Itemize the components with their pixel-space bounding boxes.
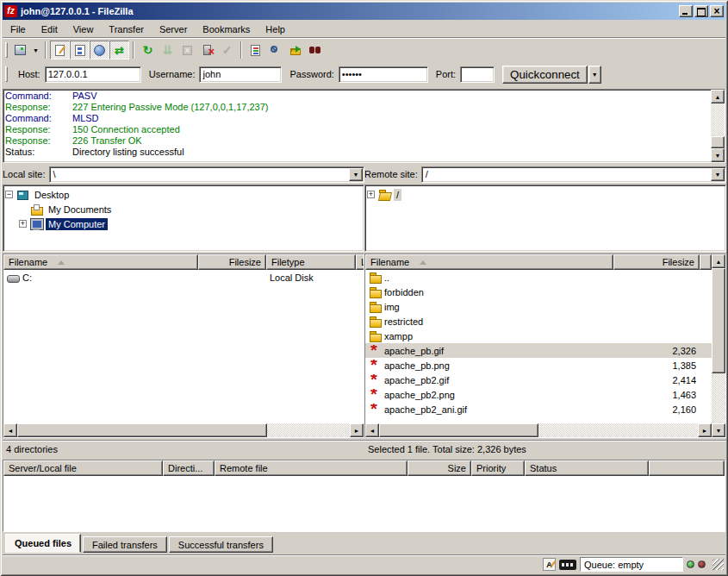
filter-button[interactable] bbox=[246, 41, 265, 59]
queue-column-remote-file[interactable]: Remote file bbox=[215, 460, 408, 476]
find-button[interactable] bbox=[265, 41, 285, 59]
quickconnect-dropdown-button[interactable]: ▼ bbox=[588, 66, 601, 84]
local-tree-item-my-computer[interactable]: +My Computer bbox=[5, 216, 362, 231]
toggle-remote-tree-button[interactable] bbox=[90, 41, 109, 59]
toggle-local-tree-button[interactable] bbox=[70, 41, 90, 59]
tab-failed-transfers[interactable]: Failed transfers bbox=[83, 536, 167, 553]
queue-column-priority[interactable]: Priority bbox=[471, 460, 525, 476]
message-log-scrollbar[interactable]: ▲ ▼ bbox=[711, 90, 725, 162]
scroll-left-icon[interactable]: ◄ bbox=[3, 423, 17, 437]
remote-tree-item-[interactable]: +/ bbox=[367, 187, 724, 202]
remote-hscrollbar[interactable]: ◄ ► bbox=[365, 423, 712, 437]
maximize-button[interactable] bbox=[694, 5, 708, 17]
scroll-thumb[interactable] bbox=[711, 136, 725, 148]
remote-site-combo[interactable]: / ▼ bbox=[421, 166, 726, 183]
scroll-down-icon[interactable]: ▼ bbox=[712, 423, 725, 437]
menu-view[interactable]: View bbox=[65, 22, 102, 37]
host-input[interactable] bbox=[45, 66, 141, 83]
remote-column-filesize[interactable]: Filesize bbox=[613, 254, 700, 270]
scroll-up-icon[interactable]: ▲ bbox=[712, 254, 725, 268]
expand-icon[interactable]: + bbox=[19, 220, 27, 228]
quickconnect-button[interactable]: Quickconnect bbox=[502, 66, 588, 84]
username-input[interactable] bbox=[199, 66, 282, 83]
close-button[interactable] bbox=[710, 5, 724, 17]
disconnect-icon bbox=[203, 45, 211, 55]
chevron-down-icon[interactable]: ▼ bbox=[711, 168, 725, 181]
cell-text: apache_pb2.gif bbox=[384, 375, 449, 385]
password-label: Password: bbox=[289, 69, 333, 79]
scroll-thumb[interactable] bbox=[712, 268, 725, 373]
queue-column-size[interactable]: Size bbox=[408, 460, 471, 476]
cancel-button[interactable] bbox=[177, 41, 197, 59]
local-column-filesize[interactable]: Filesize bbox=[198, 254, 266, 270]
chevron-down-icon[interactable]: ▼ bbox=[349, 168, 363, 181]
queue-column-directi[interactable]: Directi... bbox=[163, 460, 215, 476]
scroll-thumb[interactable] bbox=[379, 423, 538, 437]
scroll-right-icon[interactable]: ► bbox=[698, 423, 712, 437]
remote-file-row-apache-pb-png[interactable]: apache_pb.png1,385 bbox=[365, 358, 712, 373]
compare-button[interactable] bbox=[305, 41, 325, 59]
expand-icon[interactable]: + bbox=[367, 191, 375, 198]
scroll-track[interactable] bbox=[267, 423, 350, 437]
remote-file-row-apache-pb2-gif[interactable]: apache_pb2.gif2,414 bbox=[365, 373, 712, 387]
menu-help[interactable]: Help bbox=[258, 22, 293, 37]
scroll-left-icon[interactable]: ◄ bbox=[365, 423, 379, 437]
toggle-queue-button[interactable]: ⇄ bbox=[109, 41, 129, 59]
remote-column-filler bbox=[700, 254, 712, 270]
queue-column-status[interactable]: Status bbox=[525, 460, 649, 476]
remote-vscrollbar[interactable]: ▲ ▼ bbox=[712, 254, 725, 437]
remote-column-filename[interactable]: Filename bbox=[365, 254, 613, 270]
scroll-track[interactable] bbox=[538, 423, 698, 437]
reconnect-button[interactable]: ✓ bbox=[217, 41, 237, 59]
sync-browse-button[interactable] bbox=[285, 41, 305, 59]
scroll-track[interactable] bbox=[711, 103, 725, 136]
queue-column-server-local-file[interactable]: Server/Local file bbox=[3, 460, 163, 476]
menu-transfer[interactable]: Transfer bbox=[101, 22, 152, 37]
scroll-thumb[interactable] bbox=[17, 423, 267, 437]
local-file-row-c[interactable]: C:Local Disk bbox=[3, 270, 364, 285]
menu-bookmarks[interactable]: Bookmarks bbox=[195, 22, 258, 37]
cell-text: apache_pb.gif bbox=[384, 346, 444, 356]
remote-file-row-img[interactable]: img bbox=[365, 299, 712, 314]
disconnect-button[interactable] bbox=[197, 41, 217, 59]
collapse-icon[interactable]: − bbox=[5, 191, 13, 198]
local-column-filename[interactable]: Filename bbox=[3, 254, 198, 270]
local-column-l[interactable]: L bbox=[356, 254, 364, 270]
local-column-filetype[interactable]: Filetype bbox=[266, 254, 356, 270]
menu-edit[interactable]: Edit bbox=[34, 22, 65, 37]
folder-icon bbox=[369, 316, 383, 328]
column-label: Remote file bbox=[220, 463, 268, 473]
remote-file-row-apache-pb-gif[interactable]: apache_pb.gif2,326 bbox=[365, 343, 712, 358]
scroll-up-icon[interactable]: ▲ bbox=[711, 90, 725, 103]
resize-grip[interactable] bbox=[712, 559, 724, 570]
local-site-combo[interactable]: \ ▼ bbox=[49, 166, 364, 183]
window-title: john@127.0.0.1 - FileZilla bbox=[21, 6, 677, 16]
scroll-track[interactable] bbox=[712, 373, 725, 423]
column-label: Priority bbox=[476, 463, 506, 473]
port-input[interactable] bbox=[460, 66, 495, 83]
local-hscrollbar[interactable]: ◄ ► bbox=[3, 423, 364, 437]
scroll-down-icon[interactable]: ▼ bbox=[711, 148, 725, 162]
remote-file-row-xampp[interactable]: xampp bbox=[365, 329, 712, 343]
scroll-right-icon[interactable]: ► bbox=[350, 423, 364, 437]
password-input[interactable] bbox=[339, 66, 428, 83]
remote-file-row-restricted[interactable]: restricted bbox=[365, 314, 712, 329]
local-tree-item-my-documents[interactable]: My Documents bbox=[5, 202, 362, 216]
toggle-message-log-button[interactable] bbox=[50, 41, 70, 59]
process-queue-button[interactable]: ⇊ bbox=[158, 41, 177, 59]
remote-file-row-apache-pb2-png[interactable]: apache_pb2.png1,463 bbox=[365, 387, 712, 402]
refresh-button[interactable]: ↻ bbox=[138, 41, 158, 59]
remote-file-row-apache-pb2-ani-gif[interactable]: apache_pb2_ani.gif2,160 bbox=[365, 402, 712, 416]
local-tree-item-desktop[interactable]: −Desktop bbox=[5, 187, 362, 202]
tab-queued-files[interactable]: Queued files bbox=[5, 534, 81, 553]
menu-server[interactable]: Server bbox=[152, 22, 195, 37]
site-manager-button[interactable] bbox=[10, 41, 30, 59]
status-bar: A Queue: empty bbox=[3, 554, 725, 573]
site-manager-dropdown-button[interactable]: ▼ bbox=[30, 41, 41, 59]
tab-successful-transfers[interactable]: Successful transfers bbox=[169, 536, 273, 553]
minimize-button[interactable] bbox=[679, 5, 693, 17]
menu-file[interactable]: File bbox=[3, 22, 34, 37]
remote-file-row-[interactable]: .. bbox=[365, 270, 712, 285]
remote-file-row-forbidden[interactable]: forbidden bbox=[365, 285, 712, 299]
cell-filename: apache_pb.png bbox=[365, 360, 613, 372]
